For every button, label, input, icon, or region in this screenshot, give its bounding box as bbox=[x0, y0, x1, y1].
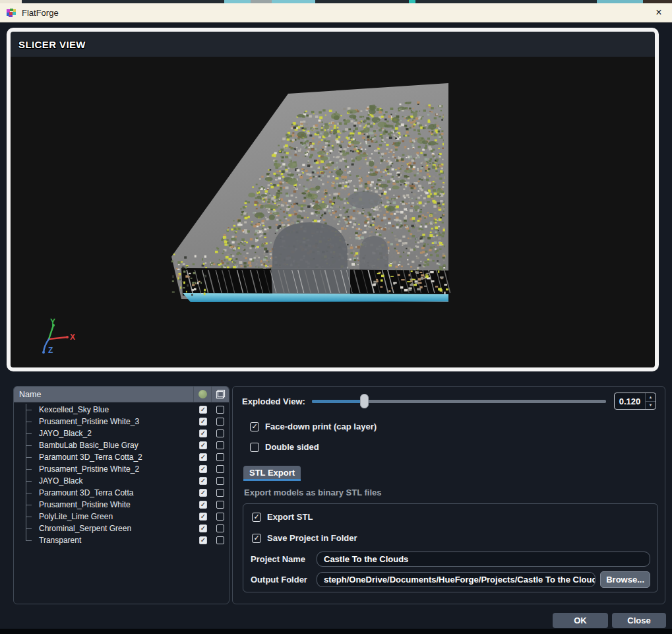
layer-checkbox[interactable] bbox=[216, 489, 224, 497]
visibility-checkbox[interactable] bbox=[199, 477, 207, 485]
face-down-checkbox[interactable] bbox=[250, 422, 259, 431]
filament-name: Kexcelled_Sky Blue bbox=[35, 405, 195, 414]
exploded-view-value[interactable]: 0.120 bbox=[615, 393, 645, 409]
tree-branch-line bbox=[26, 416, 35, 428]
layer-checkbox[interactable] bbox=[216, 441, 224, 449]
project-name-label: Project Name bbox=[251, 554, 317, 564]
visibility-checkbox-cell bbox=[195, 429, 212, 437]
visibility-checkbox-cell bbox=[195, 536, 212, 544]
visibility-checkbox[interactable] bbox=[199, 489, 207, 497]
visibility-column-header[interactable] bbox=[193, 387, 211, 402]
list-item[interactable]: Transparent bbox=[14, 534, 229, 546]
visibility-checkbox[interactable] bbox=[199, 524, 207, 532]
output-folder-input[interactable]: steph/OneDrive/Documents/HueForge/Projec… bbox=[317, 572, 596, 587]
visibility-checkbox[interactable] bbox=[199, 429, 207, 437]
visibility-checkbox[interactable] bbox=[199, 513, 207, 521]
axis-x-label: X bbox=[70, 333, 75, 342]
project-name-row: Project Name Castle To the Clouds bbox=[251, 552, 650, 567]
visibility-checkbox-cell bbox=[195, 465, 212, 473]
browse-button[interactable]: Browse... bbox=[600, 571, 650, 588]
close-button[interactable]: Close bbox=[612, 613, 666, 628]
list-item[interactable]: Kexcelled_Sky Blue bbox=[14, 404, 229, 416]
save-project-row: Save Project in Folder bbox=[252, 533, 357, 543]
exploded-view-spinbox[interactable]: 0.120 ▲ ▼ bbox=[614, 393, 656, 410]
visibility-checkbox-cell bbox=[195, 501, 212, 509]
close-window-button[interactable]: × bbox=[646, 3, 672, 22]
layer-checkbox-cell bbox=[212, 465, 229, 473]
axis-z-label: Z bbox=[48, 346, 53, 355]
slider-fill bbox=[312, 400, 364, 403]
visibility-checkbox[interactable] bbox=[199, 501, 207, 509]
visibility-checkbox[interactable] bbox=[199, 453, 207, 461]
tree-branch-line bbox=[26, 463, 35, 475]
export-stl-checkbox[interactable] bbox=[252, 513, 261, 522]
layer-checkbox-cell bbox=[212, 513, 229, 521]
layer-checkbox[interactable] bbox=[216, 418, 224, 426]
double-sided-row: Double sided bbox=[250, 442, 319, 452]
save-project-checkbox[interactable] bbox=[252, 534, 261, 543]
filament-name: JAYO_Black bbox=[35, 476, 195, 486]
slider-handle[interactable] bbox=[360, 394, 369, 408]
slicer-3d-viewport[interactable]: X Y Z bbox=[11, 57, 655, 367]
face-down-label: Face-down print (cap layer) bbox=[265, 422, 377, 431]
tree-branch-line bbox=[26, 499, 35, 511]
spin-down-arrow[interactable]: ▼ bbox=[646, 402, 656, 410]
tab-stl-export[interactable]: STL Export bbox=[243, 466, 301, 481]
ok-button[interactable]: OK bbox=[553, 613, 608, 628]
list-item[interactable]: Paramount 3D_Terra Cotta_2 bbox=[14, 451, 229, 463]
bridge-arch-large bbox=[272, 222, 348, 274]
slicer-view-header: SLICER VIEW bbox=[11, 32, 655, 57]
layer-checkbox-cell bbox=[212, 406, 229, 414]
layer-checkbox[interactable] bbox=[216, 501, 224, 509]
visibility-checkbox[interactable] bbox=[199, 418, 207, 426]
layer-checkbox[interactable] bbox=[216, 406, 224, 414]
titlebar[interactable]: FlatForge × bbox=[0, 3, 672, 22]
list-item[interactable]: BambuLab Basic_Blue Gray bbox=[14, 439, 229, 451]
visibility-checkbox-cell bbox=[195, 477, 212, 485]
exploded-view-slider[interactable] bbox=[312, 394, 606, 408]
slicer-view-title: SLICER VIEW bbox=[18, 39, 86, 50]
layer-checkbox[interactable] bbox=[216, 513, 224, 521]
layer-checkbox-cell bbox=[212, 453, 229, 461]
green-dot-icon bbox=[199, 390, 207, 398]
list-item[interactable]: JAYO_Black bbox=[14, 475, 229, 487]
water-edge-stripe bbox=[183, 293, 448, 302]
bottom-edge bbox=[0, 629, 672, 634]
layer-checkbox[interactable] bbox=[216, 536, 224, 544]
list-item[interactable]: Prusament_Pristine White_3 bbox=[14, 416, 229, 428]
tree-branch-line bbox=[26, 428, 35, 439]
axis-gizmo: X Y Z bbox=[26, 318, 82, 362]
layer-checkbox[interactable] bbox=[216, 465, 224, 473]
stl-export-groupbox: Export STL Save Project in Folder Projec… bbox=[243, 503, 658, 592]
output-folder-label: Output Folder bbox=[251, 575, 317, 585]
double-sided-checkbox[interactable] bbox=[250, 443, 259, 452]
layer-checkbox[interactable] bbox=[216, 477, 224, 485]
list-item[interactable]: JAYO_Black_2 bbox=[14, 428, 229, 439]
filament-list-rows: Kexcelled_Sky BluePrusament_Pristine Whi… bbox=[14, 402, 229, 546]
visibility-checkbox[interactable] bbox=[199, 536, 207, 544]
filament-name: Prusament_Pristine White_3 bbox=[35, 417, 195, 426]
list-item[interactable]: Prusament_Pristine White_2 bbox=[14, 463, 229, 475]
double-sided-label: Double sided bbox=[265, 442, 319, 452]
list-item[interactable]: PolyLite_Lime Green bbox=[14, 511, 229, 523]
visibility-checkbox[interactable] bbox=[199, 465, 207, 473]
layer-checkbox[interactable] bbox=[216, 429, 224, 437]
tree-branch-line bbox=[26, 523, 35, 534]
tree-branch-line bbox=[26, 475, 35, 487]
tree-branch-line bbox=[26, 439, 35, 451]
exploded-view-row: Exploded View: 0.120 ▲ ▼ bbox=[242, 393, 656, 409]
list-item[interactable]: Chrominal_Serpent Green bbox=[14, 523, 229, 534]
visibility-checkbox[interactable] bbox=[199, 406, 207, 414]
project-name-input[interactable]: Castle To the Clouds bbox=[317, 552, 650, 567]
layers-column-header[interactable] bbox=[211, 387, 229, 402]
visibility-checkbox[interactable] bbox=[199, 441, 207, 449]
list-item[interactable]: Prusament_Pristine White bbox=[14, 499, 229, 511]
filament-name: Prusament_Pristine White bbox=[35, 500, 195, 509]
list-item[interactable]: Paramount 3D_Terra Cotta bbox=[14, 487, 229, 499]
front-edge-gray-section bbox=[271, 268, 350, 295]
spin-up-arrow[interactable]: ▲ bbox=[646, 393, 656, 402]
layer-checkbox[interactable] bbox=[216, 453, 224, 461]
layer-checkbox[interactable] bbox=[216, 524, 224, 532]
slicer-view-frame: SLICER VIEW bbox=[7, 28, 659, 371]
visibility-checkbox-cell bbox=[195, 513, 212, 521]
